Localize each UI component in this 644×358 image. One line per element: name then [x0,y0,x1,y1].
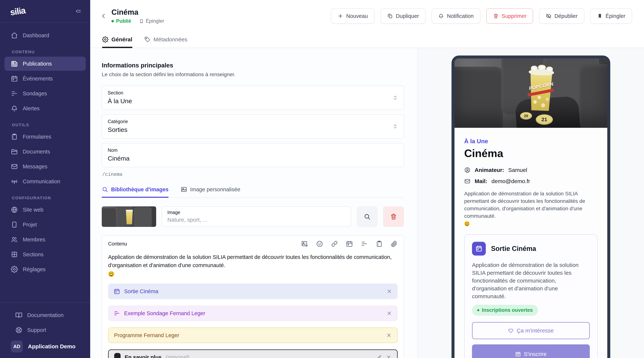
section-heading: Informations principales [102,62,404,69]
image-search-input[interactable] [167,217,346,223]
poll-icon [114,310,120,317]
title-block: Cinéma Publié Épingler [112,8,164,24]
book-icon [15,312,22,319]
nouveau-button[interactable]: Nouveau [331,8,374,24]
sidebar-group-outils: OUTILS [12,123,90,127]
sidebar-item-documents[interactable]: Documents [4,145,86,159]
sidebar-item-sondages[interactable]: Sondages [4,86,86,101]
sidebar-nav: Dashboard CONTENU Publications Événement… [0,23,90,303]
sidebar-collapse-button[interactable] [74,8,82,15]
header-actions: Nouveau Dupliquer Notification Supprimer… [331,8,632,24]
sidebar-item-dashboard[interactable]: Dashboard [4,28,86,42]
tab-metadonnees[interactable]: Métadonnées [144,32,188,48]
sidebar-item-projet[interactable]: Projet [4,218,86,232]
mail-row: Mail: demo@demo.fr [464,178,598,184]
signup-button-label: S'inscrire [524,351,546,357]
insert-poll-button[interactable] [361,240,368,247]
insert-event-button[interactable] [346,240,353,247]
sidebar-item-publications[interactable]: Publications [4,57,86,71]
sidebar-item-support[interactable]: Support [9,323,81,337]
image-thumbnail[interactable] [102,206,156,227]
clipboard-icon [376,240,383,247]
search-icon [102,186,108,193]
sidebar-item-evenements[interactable]: Événements [4,71,86,86]
search-icon [364,213,371,220]
sidebar-item-messages[interactable]: Messages [4,159,86,174]
chevron-up-down-icon [392,123,398,130]
insert-form-button[interactable] [376,240,383,247]
event-card-title: Sortie Cinéma [491,245,536,253]
grinning-emoji-icon [464,221,598,227]
categorie-select-value: Sorties [108,126,392,133]
remove-block-button[interactable] [386,355,392,358]
sidebar-item-site-web[interactable]: Site web [4,203,86,217]
eye-off-icon [546,13,552,19]
sidebar-item-alertes[interactable]: Alertes [4,101,86,115]
content-block-label: En savoir plus [125,354,162,358]
epingler-button[interactable]: Épingler [590,8,632,24]
content-block-button[interactable]: En savoir plus (principal) [108,350,398,358]
categorie-select[interactable]: Catégorie Sorties [102,114,404,139]
interest-button[interactable]: Ça m'intéresse [472,322,590,339]
signup-button[interactable]: S'inscrire [472,345,590,358]
sidebar-item-membres[interactable]: Membres [4,232,86,247]
thumb-seat-shape [134,207,152,227]
tab-image-library[interactable]: Bibliothèque d'images [102,186,168,198]
chevron-up-down-icon [392,95,398,101]
remove-block-button[interactable] [386,333,392,338]
tab-image-custom[interactable]: Image personnalisée [181,186,240,198]
content-block-event[interactable]: Sortie Cinéma [108,284,398,299]
preview-panel: POPCORN 20 21 À la Une Cinéma [418,48,644,358]
user-profile[interactable]: AD Application Demo [11,341,84,353]
supprimer-button[interactable]: Supprimer [486,8,533,24]
smartphone-icon [11,221,18,228]
preview-title: Cinéma [464,147,598,159]
pin-toggle[interactable]: Épingler [139,18,164,24]
sidebar-footer: Documentation Support AD Application Dem… [0,303,90,358]
popcorn-piece [538,65,546,70]
copy-icon [387,13,393,19]
popcorn-cup: POPCORN [528,68,554,111]
sidebar-item-communication[interactable]: Communication [4,174,86,189]
sidebar-item-reglages[interactable]: Réglages [4,262,86,276]
preview-content: À la Une Cinéma Animateur: Samuel Mail: … [454,128,607,358]
slug-text: /cinema [102,172,404,177]
notification-label: Notification [447,13,474,19]
remove-block-button[interactable] [386,311,392,316]
dupliquer-label: Dupliquer [396,13,419,19]
nom-input[interactable] [108,155,392,162]
notification-button[interactable]: Notification [432,8,480,24]
status-badge: Publié [116,18,131,24]
sidebar-item-label: Documents [23,149,50,155]
globe-icon [11,206,18,213]
dupliquer-button[interactable]: Dupliquer [380,8,426,24]
seat-shape [579,64,607,127]
tab-general[interactable]: Général [102,32,132,48]
back-button[interactable] [100,12,107,20]
tab-metadonnees-label: Métadonnées [154,36,188,43]
content-block-poll[interactable]: Exemple Sondage Fernand Leger [108,306,398,321]
contenu-text[interactable]: Application de démonstration de la solut… [108,253,398,269]
insert-link-button[interactable] [331,240,338,247]
attach-file-button[interactable] [390,240,398,247]
depublier-button[interactable]: Dépublier [539,8,584,24]
preview-section-kicker: À la Une [464,138,598,145]
image-search-button[interactable] [357,206,378,227]
insert-image-button[interactable] [301,240,308,247]
animateur-row: Animateur: Samuel [464,167,598,173]
event-card-description: Application de démonstration de la solut… [472,261,590,300]
close-icon [386,355,392,358]
sidebar-item-formulaires[interactable]: Formulaires [4,130,86,144]
section-select[interactable]: Section À la Une [102,86,404,110]
sidebar-item-sections[interactable]: Sections [4,247,86,262]
close-icon [386,333,392,338]
insert-emoji-button[interactable] [316,240,323,247]
bell-icon [438,13,444,19]
image-delete-button[interactable] [383,206,404,227]
sidebar-item-documentation[interactable]: Documentation [9,308,81,322]
content-block-form[interactable]: Programme Fernand Leger [108,328,398,343]
mail-icon [11,163,18,170]
remove-block-button[interactable] [386,289,392,294]
edit-block-button[interactable] [376,355,382,358]
event-card-header: Sortie Cinéma [472,242,590,256]
